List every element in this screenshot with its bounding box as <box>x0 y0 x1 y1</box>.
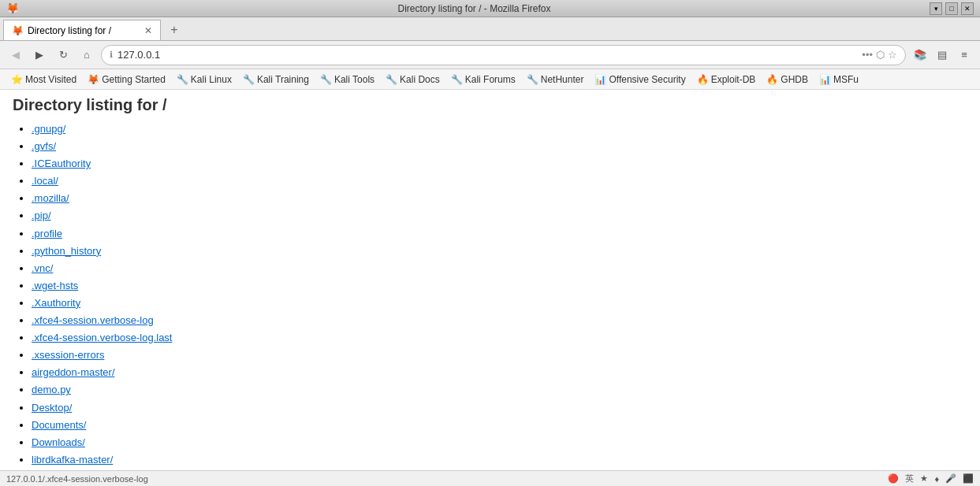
list-item: .xfce4-session.verbose-log.last <box>32 329 967 347</box>
file-link[interactable]: .gnupg/ <box>32 123 65 135</box>
bookmark-most-visited-label: Most Visited <box>25 74 76 85</box>
titlebar: 🦊 Directory listing for / - Mozilla Fire… <box>0 0 980 17</box>
file-link[interactable]: .xfce4-session.verbose-log.last <box>32 332 172 343</box>
close-button[interactable]: ✕ <box>961 2 974 15</box>
bookmark-ghdb-label: GHDB <box>781 74 808 85</box>
list-item: .mozilla/ <box>32 190 967 207</box>
home-button[interactable]: ⌂ <box>77 46 96 65</box>
msfu-icon: 📊 <box>819 74 831 85</box>
list-item: .gnupg/ <box>32 121 967 138</box>
file-link[interactable]: Documents/ <box>32 419 86 431</box>
bookmark-ghdb[interactable]: 🔥 GHDB <box>762 72 813 87</box>
titlebar-left: 🦊 <box>6 2 19 15</box>
list-item: Downloads/ <box>32 434 967 451</box>
list-item: .xsession-errors <box>32 347 967 364</box>
list-item: librdkafka-master/ <box>32 451 967 469</box>
file-link[interactable]: airgeddon-master/ <box>32 366 115 378</box>
address-text: 127.0.0.1 <box>117 49 857 61</box>
list-item: .Xauthority <box>32 295 967 312</box>
file-link[interactable]: .profile <box>32 228 62 239</box>
nethunter-icon: 🔧 <box>527 74 538 85</box>
bookmark-getting-started-label: Getting Started <box>102 74 166 85</box>
more-icon[interactable]: ••• <box>862 49 873 61</box>
address-icons: ••• ⬡ ☆ <box>862 49 897 61</box>
reload-button[interactable]: ↻ <box>54 46 73 65</box>
list-item: demo.py <box>32 381 967 399</box>
file-link[interactable]: .xfce4-session.verbose-log <box>32 314 154 326</box>
tabbar: 🦊 Directory listing for / ✕ + <box>0 17 980 41</box>
statusbar-url: 127.0.0.1/.xfce4-session.verbose-log <box>6 474 148 484</box>
bookmark-offensive-security-label: Offensive Security <box>609 74 685 85</box>
address-bar[interactable]: ℹ 127.0.0.1 ••• ⬡ ☆ <box>101 45 906 65</box>
statusbar-star-icon: ★ <box>920 473 928 484</box>
maximize-button[interactable]: □ <box>945 2 958 15</box>
file-link[interactable]: .python_history <box>32 245 101 257</box>
statusbar-mic-icon: 🎤 <box>945 473 956 484</box>
minimize-button[interactable]: ▾ <box>930 2 942 15</box>
most-visited-icon: ⭐ <box>11 74 23 85</box>
list-item: .local/ <box>32 173 967 190</box>
bookmark-kali-tools[interactable]: 🔧 Kali Tools <box>315 72 379 87</box>
list-item: .vnc/ <box>32 260 967 277</box>
bookmark-offensive-security[interactable]: 📊 Offensive Security <box>590 72 690 87</box>
file-link[interactable]: librdkafka-master/ <box>32 454 113 466</box>
bookmark-exploit-db-label: Exploit-DB <box>711 74 756 85</box>
statusbar-dot-icon: ♦ <box>934 474 939 484</box>
back-button[interactable]: ◀ <box>6 46 25 65</box>
file-link[interactable]: .ICEauthority <box>32 158 91 169</box>
bookmark-star-icon[interactable]: ☆ <box>888 49 897 61</box>
bookmark-msfu-label: MSFu <box>833 74 859 85</box>
forward-button[interactable]: ▶ <box>30 46 49 65</box>
statusbar: 127.0.0.1/.xfce4-session.verbose-log 🔴 英… <box>0 470 980 486</box>
file-link[interactable]: .Xauthority <box>32 297 80 309</box>
file-link[interactable]: .local/ <box>32 175 58 187</box>
info-icon: ℹ <box>110 50 113 60</box>
statusbar-right: 🔴 英 ★ ♦ 🎤 ⬛ <box>888 473 974 484</box>
active-tab[interactable]: 🦊 Directory listing for / ✕ <box>3 20 161 40</box>
kali-linux-icon: 🔧 <box>177 74 188 85</box>
file-link[interactable]: .wget-hsts <box>32 280 78 291</box>
bookmark-kali-training-label: Kali Training <box>257 74 309 85</box>
file-link[interactable]: .pip/ <box>32 210 51 221</box>
firefox-icon: 🦊 <box>6 2 19 15</box>
list-item: .xfce4-session.verbose-log <box>32 312 967 329</box>
sidebar-icon[interactable]: ▤ <box>933 46 952 65</box>
bookmark-kali-docs-label: Kali Docs <box>400 74 440 85</box>
file-link[interactable]: Desktop/ <box>32 402 72 414</box>
bookmark-kali-linux-label: Kali Linux <box>191 74 232 85</box>
bookmark-getting-started[interactable]: 🦊 Getting Started <box>83 72 170 87</box>
tab-title: Directory listing for / <box>28 25 140 36</box>
list-item: airgeddon-master/ <box>32 364 967 381</box>
file-link[interactable]: .gvfs/ <box>32 140 56 152</box>
list-item: Documents/ <box>32 417 967 434</box>
bookmark-most-visited[interactable]: ⭐ Most Visited <box>6 72 81 87</box>
menu-icon[interactable]: ≡ <box>955 46 974 65</box>
bookmark-kali-docs[interactable]: 🔧 Kali Docs <box>381 72 445 87</box>
new-tab-button[interactable]: + <box>164 20 184 40</box>
ghdb-icon: 🔥 <box>766 74 778 85</box>
kali-tools-icon: 🔧 <box>320 74 332 85</box>
list-item: .ICEauthority <box>32 155 967 173</box>
tab-favicon-icon: 🦊 <box>12 25 23 36</box>
file-link[interactable]: demo.py <box>32 384 71 395</box>
bookmark-kali-forums[interactable]: 🔧 Kali Forums <box>446 72 520 87</box>
library-icon[interactable]: 📚 <box>911 46 930 65</box>
list-item: .wget-hsts <box>32 277 967 295</box>
tab-close-button[interactable]: ✕ <box>144 25 152 36</box>
pocket-icon[interactable]: ⬡ <box>876 49 885 61</box>
bookmark-kali-forums-label: Kali Forums <box>465 74 516 85</box>
bookmark-kali-training[interactable]: 🔧 Kali Training <box>238 72 314 87</box>
file-link[interactable]: .mozilla/ <box>32 192 69 204</box>
bookmark-nethunter[interactable]: 🔧 NetHunter <box>522 72 589 87</box>
kali-docs-icon: 🔧 <box>386 74 397 85</box>
kali-training-icon: 🔧 <box>243 74 255 85</box>
file-link[interactable]: Downloads/ <box>32 436 85 448</box>
bookmarks-bar: ⭐ Most Visited 🦊 Getting Started 🔧 Kali … <box>0 69 980 90</box>
file-link[interactable]: .xsession-errors <box>32 349 104 361</box>
file-link[interactable]: .vnc/ <box>32 262 53 274</box>
bookmark-kali-linux[interactable]: 🔧 Kali Linux <box>172 72 237 87</box>
bookmark-msfu[interactable]: 📊 MSFu <box>814 72 863 87</box>
bookmark-exploit-db[interactable]: 🔥 Exploit-DB <box>692 72 761 87</box>
page-heading: Directory listing for / <box>13 96 967 114</box>
exploit-db-icon: 🔥 <box>697 74 709 85</box>
